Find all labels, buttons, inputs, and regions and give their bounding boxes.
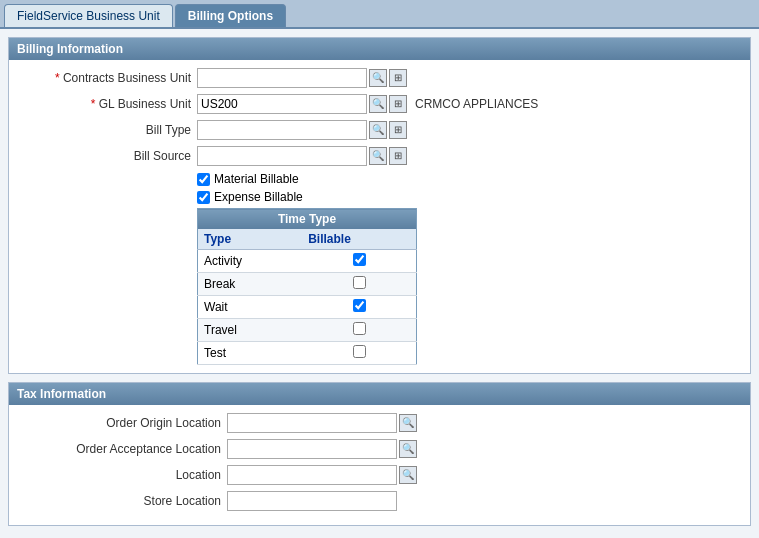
tax-section-header: Tax Information [9,383,750,405]
time-type-billable-checkbox[interactable] [353,322,366,335]
gl-bu-grid-icon[interactable]: ⊞ [389,95,407,113]
material-billable-row: Material Billable [13,172,746,186]
order-accept-input[interactable] [227,439,397,459]
bill-source-grid-icon[interactable]: ⊞ [389,147,407,165]
contracts-bu-label: Contracts Business Unit [17,71,197,85]
time-type-billable-cell [302,296,416,319]
tab-billing-label: Billing Options [188,9,273,23]
main-content: Billing Information Contracts Business U… [0,29,759,538]
time-type-row: Wait [198,296,417,319]
time-type-billable-checkbox[interactable] [353,299,366,312]
col-type-header: Type [198,229,303,250]
time-type-row: Break [198,273,417,296]
order-origin-input[interactable] [227,413,397,433]
location-input[interactable] [227,465,397,485]
expense-billable-row: Expense Billable [13,190,746,204]
bill-type-search-icon[interactable]: 🔍 [369,121,387,139]
billing-section: Billing Information Contracts Business U… [8,37,751,374]
time-type-billable-cell [302,342,416,365]
bill-source-input[interactable] [197,146,367,166]
contracts-bu-row: Contracts Business Unit 🔍 ⊞ [13,68,746,88]
bill-type-grid-icon[interactable]: ⊞ [389,121,407,139]
billing-section-body: Contracts Business Unit 🔍 ⊞ GL Business … [9,60,750,373]
bill-type-row: Bill Type 🔍 ⊞ [13,120,746,140]
col-billable-header: Billable [302,229,416,250]
tax-section: Tax Information Order Origin Location 🔍 … [8,382,751,526]
tabs-bar: FieldService Business Unit Billing Optio… [0,0,759,29]
order-accept-search-icon[interactable]: 🔍 [399,440,417,458]
time-type-billable-checkbox[interactable] [353,276,366,289]
time-type-billable-checkbox[interactable] [353,253,366,266]
store-location-row: Store Location [13,491,746,511]
tax-section-body: Order Origin Location 🔍 Order Acceptance… [9,405,750,525]
bill-type-label: Bill Type [17,123,197,137]
store-location-input[interactable] [227,491,397,511]
time-type-type-cell: Break [198,273,303,296]
order-origin-row: Order Origin Location 🔍 [13,413,746,433]
time-type-table: Time Type Type Billable Activity Break [197,208,417,365]
time-type-type-cell: Travel [198,319,303,342]
bill-source-row: Bill Source 🔍 ⊞ [13,146,746,166]
time-type-type-cell: Wait [198,296,303,319]
time-type-billable-cell [302,250,416,273]
time-type-col-header: Type Billable [198,229,417,250]
time-type-type-cell: Test [198,342,303,365]
store-location-label: Store Location [17,494,227,508]
location-row: Location 🔍 [13,465,746,485]
order-accept-label: Order Acceptance Location [17,442,227,456]
gl-bu-search-icon[interactable]: 🔍 [369,95,387,113]
contracts-bu-grid-icon[interactable]: ⊞ [389,69,407,87]
gl-bu-input[interactable] [197,94,367,114]
expense-billable-checkbox[interactable] [197,191,210,204]
time-type-title-row: Time Type [198,209,417,230]
time-type-row: Activity [198,250,417,273]
tab-fieldservice-label: FieldService Business Unit [17,9,160,23]
gl-bu-label: GL Business Unit [17,97,197,111]
bill-type-input[interactable] [197,120,367,140]
time-type-row: Test [198,342,417,365]
time-type-row: Travel [198,319,417,342]
time-type-billable-checkbox[interactable] [353,345,366,358]
tab-billing[interactable]: Billing Options [175,4,286,27]
billing-section-header: Billing Information [9,38,750,60]
contracts-bu-search-icon[interactable]: 🔍 [369,69,387,87]
order-origin-label: Order Origin Location [17,416,227,430]
contracts-bu-input[interactable] [197,68,367,88]
material-billable-label: Material Billable [214,172,299,186]
tab-fieldservice[interactable]: FieldService Business Unit [4,4,173,27]
time-type-type-cell: Activity [198,250,303,273]
time-type-billable-cell [302,273,416,296]
expense-billable-label: Expense Billable [214,190,303,204]
material-billable-checkbox[interactable] [197,173,210,186]
gl-bu-note: CRMCO APPLIANCES [415,97,538,111]
gl-bu-row: GL Business Unit 🔍 ⊞ CRMCO APPLIANCES [13,94,746,114]
time-type-wrapper: Time Type Type Billable Activity Break [197,208,746,365]
time-type-billable-cell [302,319,416,342]
location-label: Location [17,468,227,482]
location-search-icon[interactable]: 🔍 [399,466,417,484]
bill-source-search-icon[interactable]: 🔍 [369,147,387,165]
bill-source-label: Bill Source [17,149,197,163]
order-origin-search-icon[interactable]: 🔍 [399,414,417,432]
time-type-title: Time Type [198,209,417,230]
order-accept-row: Order Acceptance Location 🔍 [13,439,746,459]
